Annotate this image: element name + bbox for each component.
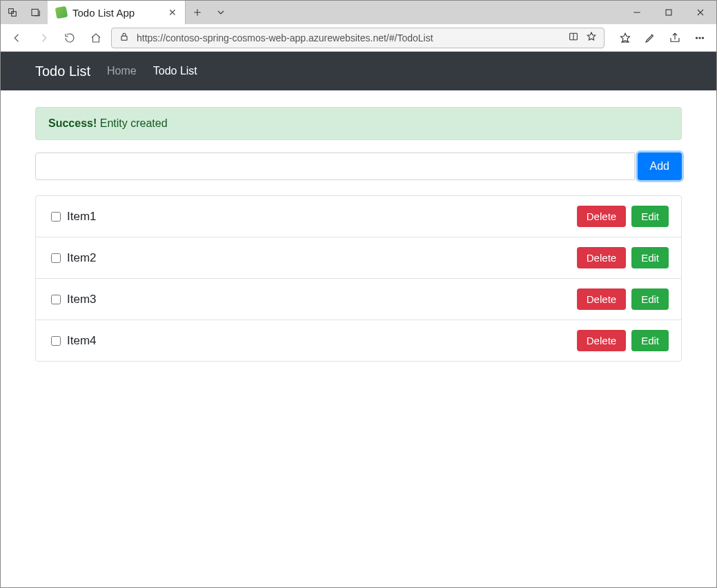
settings-more-icon[interactable] [689, 27, 711, 49]
tab-title: Todo List App [72, 7, 135, 19]
svg-rect-3 [666, 10, 671, 15]
edit-button[interactable]: Edit [631, 247, 669, 268]
window-minimize-icon[interactable] [621, 1, 653, 24]
window-maximize-icon[interactable] [653, 1, 685, 24]
favorites-icon[interactable] [614, 27, 636, 49]
svg-point-8 [702, 37, 703, 38]
svg-point-6 [696, 37, 697, 38]
delete-button[interactable]: Delete [577, 206, 626, 227]
delete-button[interactable]: Delete [577, 288, 626, 310]
tab-favicon-icon [55, 6, 68, 19]
todo-checkbox[interactable] [51, 212, 61, 222]
new-tab-icon[interactable] [186, 1, 209, 24]
url-text: https://contoso-spring-cosmos-web-app.az… [137, 32, 561, 43]
page-body: Success! Entity created Add Item1DeleteE… [1, 90, 716, 378]
svg-rect-0 [9, 9, 14, 14]
favorite-star-icon[interactable] [586, 31, 597, 44]
todo-label: Item4 [67, 334, 97, 348]
alert-success: Success! Entity created [35, 107, 682, 140]
svg-rect-2 [32, 9, 38, 15]
alert-strong: Success! [48, 117, 97, 129]
browser-tab[interactable]: Todo List App ✕ [48, 1, 186, 24]
reading-view-icon[interactable] [568, 31, 579, 44]
edit-button[interactable]: Edit [631, 206, 669, 227]
tab-overflow-icon[interactable] [209, 1, 233, 24]
browser-chrome: Todo List App ✕ https://contoso-spring-c… [1, 1, 716, 52]
notes-icon[interactable] [639, 27, 661, 49]
lock-icon [119, 31, 130, 44]
address-bar[interactable]: https://contoso-spring-cosmos-web-app.az… [111, 28, 605, 48]
toolbar-right [609, 27, 711, 49]
window-close-icon[interactable] [685, 1, 716, 24]
app-brand[interactable]: Todo List [35, 63, 90, 79]
window-controls [621, 1, 716, 24]
svg-rect-4 [121, 36, 127, 40]
url-toolbar: https://contoso-spring-cosmos-web-app.az… [1, 24, 716, 52]
share-icon[interactable] [664, 27, 686, 49]
add-item-row: Add [35, 153, 682, 180]
delete-button[interactable]: Delete [577, 330, 626, 351]
add-item-input[interactable] [35, 153, 635, 180]
nav-forward-icon[interactable] [32, 27, 55, 49]
add-button[interactable]: Add [638, 153, 682, 180]
nav-link-todolist[interactable]: Todo List [153, 65, 197, 77]
set-aside-tabs-icon[interactable] [24, 1, 48, 24]
todo-checkbox[interactable] [51, 336, 61, 346]
nav-back-icon[interactable] [6, 27, 28, 49]
tab-close-icon[interactable]: ✕ [168, 7, 177, 18]
list-item: Item1DeleteEdit [36, 196, 681, 237]
svg-rect-1 [12, 12, 17, 17]
tab-actions-icon[interactable] [1, 1, 24, 24]
edit-button[interactable]: Edit [631, 330, 669, 351]
todo-label: Item1 [67, 210, 97, 224]
tab-strip: Todo List App ✕ [1, 1, 716, 24]
nav-home-icon[interactable] [85, 27, 107, 49]
app-navbar: Todo List Home Todo List [1, 52, 716, 90]
edit-button[interactable]: Edit [631, 288, 669, 310]
todo-list: Item1DeleteEditItem2DeleteEditItem3Delet… [35, 195, 682, 362]
nav-link-home[interactable]: Home [107, 65, 137, 77]
todo-checkbox[interactable] [51, 253, 61, 263]
list-item: Item3DeleteEdit [36, 278, 681, 320]
alert-text: Entity created [97, 117, 167, 129]
delete-button[interactable]: Delete [577, 247, 626, 268]
list-item: Item2DeleteEdit [36, 237, 681, 278]
todo-label: Item3 [67, 293, 97, 306]
nav-refresh-icon[interactable] [59, 27, 81, 49]
svg-point-7 [699, 37, 700, 38]
todo-checkbox[interactable] [51, 295, 61, 304]
list-item: Item4DeleteEdit [36, 320, 681, 361]
todo-label: Item2 [67, 251, 97, 265]
